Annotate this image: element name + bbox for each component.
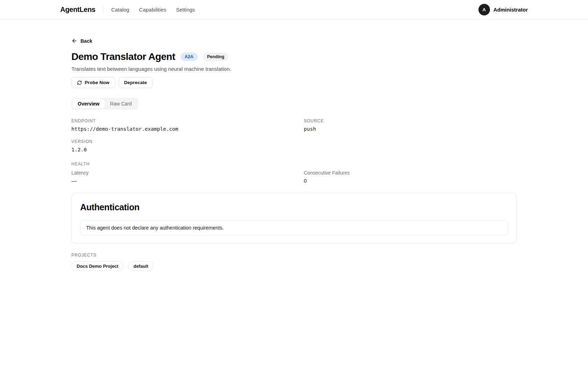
header-left: AgentLens Catalog Capabilities Settings	[60, 6, 195, 14]
latency-value: —	[71, 178, 284, 184]
metric-latency: Latency —	[71, 170, 284, 184]
back-label: Back	[80, 38, 92, 44]
tab-overview[interactable]: Overview	[72, 99, 105, 109]
protocol-badge: A2A	[181, 53, 198, 61]
source-label: Source	[304, 118, 517, 123]
project-chip[interactable]: Docs Demo Project	[71, 261, 124, 271]
refresh-icon	[77, 80, 82, 85]
endpoint-value: https://demo-translator.example.com	[71, 126, 284, 132]
header-divider	[103, 6, 104, 14]
agent-detail-page: Back Demo Translator Agent A2A Pending T…	[71, 20, 517, 292]
deprecate-button[interactable]: Deprecate	[119, 77, 153, 88]
field-source: Source push	[304, 118, 517, 132]
back-link[interactable]: Back	[71, 38, 92, 44]
consecutive-failures-value: 0	[304, 178, 517, 184]
app-header: AgentLens Catalog Capabilities Settings …	[0, 0, 588, 20]
project-chips: Docs Demo Project default	[71, 261, 517, 271]
version-label: Version	[71, 139, 284, 144]
health-section: Health Latency — Consecutive Failures 0	[71, 162, 517, 184]
field-endpoint: Endpoint https://demo-translator.example…	[71, 118, 284, 132]
tab-raw-card[interactable]: Raw Card	[105, 99, 137, 109]
action-buttons: Probe Now Deprecate	[71, 77, 517, 88]
field-spacer	[304, 139, 517, 152]
health-grid: Latency — Consecutive Failures 0	[71, 170, 517, 184]
page-title: Demo Translator Agent	[71, 51, 175, 62]
version-value: 1.2.0	[71, 147, 284, 152]
health-label: Health	[71, 162, 517, 166]
projects-label: Projects	[71, 253, 517, 258]
authentication-card: Authentication This agent does not decla…	[71, 193, 517, 244]
user-name: Administrator	[493, 7, 528, 13]
metric-consecutive-failures: Consecutive Failures 0	[304, 170, 517, 184]
nav-link-catalog[interactable]: Catalog	[111, 7, 130, 13]
main-nav: Catalog Capabilities Settings	[111, 7, 195, 13]
source-value: push	[304, 126, 517, 132]
probe-now-label: Probe Now	[85, 80, 110, 85]
deprecate-label: Deprecate	[124, 80, 147, 85]
endpoint-label: Endpoint	[71, 118, 284, 123]
project-chip[interactable]: default	[128, 261, 154, 271]
avatar: A	[478, 4, 490, 15]
nav-link-capabilities[interactable]: Capabilities	[139, 7, 166, 13]
title-row: Demo Translator Agent A2A Pending	[71, 51, 517, 62]
agent-description: Translates text between languages using …	[71, 66, 517, 72]
nav-link-settings[interactable]: Settings	[176, 7, 195, 13]
projects-section: Projects Docs Demo Project default	[71, 253, 517, 271]
probe-now-button[interactable]: Probe Now	[71, 77, 115, 88]
authentication-title: Authentication	[80, 202, 508, 212]
field-version: Version 1.2.0	[71, 139, 284, 152]
tablist: Overview Raw Card	[71, 98, 138, 110]
latency-label: Latency	[71, 170, 284, 176]
status-badge: Pending	[203, 53, 229, 61]
arrow-left-icon	[71, 38, 77, 44]
app-logo[interactable]: AgentLens	[60, 6, 96, 14]
consecutive-failures-label: Consecutive Failures	[304, 170, 517, 176]
field-grid: Endpoint https://demo-translator.example…	[71, 118, 517, 152]
authentication-empty-state: This agent does not declare any authenti…	[80, 220, 508, 236]
user-menu[interactable]: A Administrator	[478, 4, 528, 15]
